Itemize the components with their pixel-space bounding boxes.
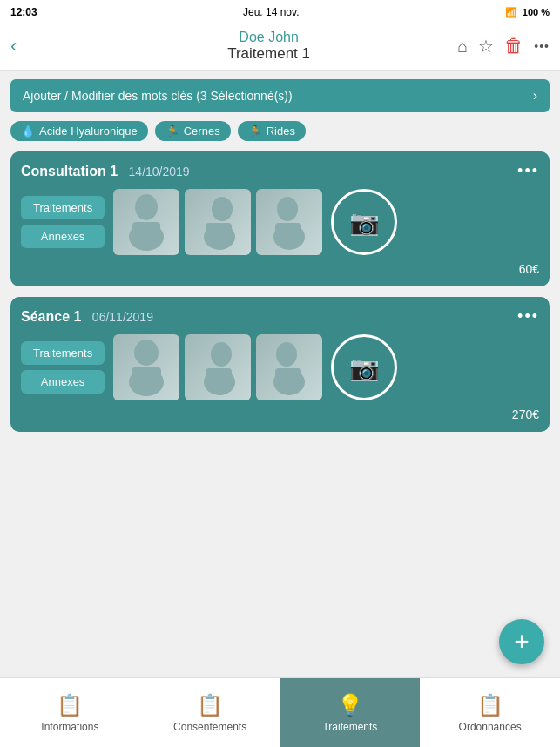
svg-point-6 — [277, 197, 298, 221]
person-silhouette-2-3 — [256, 334, 322, 400]
tag-label-cernes: Cernes — [184, 124, 220, 138]
traitements-btn-1[interactable]: Traitements — [21, 196, 105, 219]
card-title-2: Séance 1 — [21, 309, 81, 324]
photo-thumb-1-1[interactable] — [113, 189, 179, 255]
add-photo-btn-1[interactable]: 📷 — [331, 189, 397, 255]
header: ‹ Doe John Traitement 1 ⌂ ☆ 🗑 ••• — [0, 24, 560, 71]
photo-thumb-2-2[interactable] — [185, 334, 251, 400]
add-photo-btn-2[interactable]: 📷 — [331, 334, 397, 400]
tag-label-rides: Rides — [267, 124, 295, 138]
tab-label-ordonnances: Ordonnances — [459, 721, 522, 733]
annexes-btn-2[interactable]: Annexes — [21, 370, 105, 394]
tab-bar: 📋 Informations 📋 Consentements 💡 Traitem… — [0, 677, 560, 747]
keywords-label: Ajouter / Modifier des mots clés (3 Séle… — [23, 89, 293, 103]
svg-point-3 — [212, 197, 233, 221]
tab-consentements[interactable]: 📋 Consentements — [140, 678, 280, 747]
card-header-2: Séance 1 06/11/2019 ••• — [21, 307, 539, 326]
card-amount-1: 60€ — [21, 262, 539, 276]
tab-informations[interactable]: 📋 Informations — [0, 678, 140, 747]
card-more-2[interactable]: ••• — [517, 307, 539, 326]
svg-point-15 — [276, 342, 297, 367]
tag-icon-person2: 🏃 — [248, 124, 262, 138]
home-icon[interactable]: ⌂ — [457, 37, 468, 57]
card-header-1: Consultation 1 14/10/2019 ••• — [21, 162, 539, 180]
tab-icon-informations: 📋 — [57, 693, 83, 717]
tag-icon-person1: 🏃 — [165, 124, 179, 138]
wifi-icon: 📶 — [505, 7, 517, 18]
svg-point-0 — [135, 194, 158, 220]
star-icon[interactable]: ☆ — [478, 36, 494, 57]
svg-point-12 — [211, 342, 232, 367]
svg-point-9 — [134, 340, 159, 366]
annexes-btn-1[interactable]: Annexes — [21, 225, 105, 248]
tag-rides[interactable]: 🏃 Rides — [238, 121, 306, 141]
tag-label-acide: Acide Hyaluronique — [39, 124, 138, 138]
keywords-chevron-icon: › — [533, 88, 537, 104]
person-silhouette-2-1 — [113, 334, 179, 400]
main-content: Ajouter / Modifier des mots clés (3 Séle… — [0, 71, 560, 666]
keywords-bar[interactable]: Ajouter / Modifier des mots clés (3 Séle… — [10, 79, 550, 112]
header-left: ‹ — [10, 35, 80, 57]
camera-icon-2: 📷 — [349, 353, 380, 382]
card-more-1[interactable]: ••• — [517, 162, 539, 180]
svg-rect-5 — [206, 223, 232, 238]
tab-ordonnances[interactable]: 📋 Ordonnances — [420, 678, 560, 747]
tag-cernes[interactable]: 🏃 Cernes — [155, 121, 231, 141]
card-date-2: 06/11/2019 — [92, 310, 153, 324]
svg-rect-8 — [275, 223, 301, 238]
card-body-1: Traitements Annexes — [21, 189, 539, 255]
photo-thumb-2-3[interactable] — [256, 334, 322, 400]
page-title: Traitement 1 — [80, 45, 457, 63]
card-date-1: 14/10/2019 — [129, 165, 190, 178]
person-silhouette-1-1 — [113, 189, 179, 255]
photo-thumb-2-1[interactable] — [113, 334, 179, 400]
tab-icon-consentements: 📋 — [197, 693, 223, 717]
patient-name: Doe John — [80, 30, 457, 45]
card-title-1: Consultation 1 — [21, 164, 118, 178]
tab-traitements[interactable]: 💡 Traitements — [280, 678, 421, 747]
trash-icon[interactable]: 🗑 — [504, 35, 523, 57]
consultation-card-1: Consultation 1 14/10/2019 ••• Traitement… — [10, 151, 550, 286]
card-buttons-1: Traitements Annexes — [21, 196, 105, 248]
card-photos-2: 📷 — [113, 334, 397, 400]
card-photos-1: 📷 — [113, 189, 397, 255]
tab-label-informations: Informations — [41, 721, 98, 733]
card-body-2: Traitements Annexes — [21, 334, 539, 400]
tag-icon-drop: 💧 — [21, 124, 35, 138]
fab-icon: + — [514, 627, 530, 656]
card-title-area-2: Séance 1 06/11/2019 — [21, 309, 153, 325]
tag-acide-hyaluronique[interactable]: 💧 Acide Hyaluronique — [10, 121, 148, 141]
person-silhouette-1-2 — [185, 189, 251, 255]
header-title-area: Doe John Traitement 1 — [80, 30, 457, 63]
back-button[interactable]: ‹ — [10, 35, 17, 57]
more-icon[interactable]: ••• — [534, 39, 550, 53]
seance-card-1: Séance 1 06/11/2019 ••• Traitements Anne… — [10, 297, 550, 432]
person-silhouette-1-3 — [256, 189, 322, 255]
photo-thumb-1-2[interactable] — [185, 189, 251, 255]
tab-label-traitements: Traitements — [322, 721, 377, 733]
card-buttons-2: Traitements Annexes — [21, 341, 105, 394]
photo-thumb-1-3[interactable] — [256, 189, 322, 255]
svg-rect-11 — [132, 367, 161, 383]
tags-row: 💧 Acide Hyaluronique 🏃 Cernes 🏃 Rides — [10, 121, 550, 141]
person-silhouette-2-2 — [185, 334, 251, 400]
status-icons: 📶 100 % — [505, 7, 550, 18]
fab-button[interactable]: + — [499, 619, 544, 664]
camera-icon-1: 📷 — [349, 208, 380, 237]
tab-icon-traitements: 💡 — [337, 693, 363, 717]
battery-label: 100 % — [523, 7, 550, 17]
tab-label-consentements: Consentements — [173, 721, 246, 733]
svg-rect-2 — [132, 222, 160, 238]
svg-rect-14 — [206, 368, 232, 383]
header-right: ⌂ ☆ 🗑 ••• — [457, 35, 550, 57]
status-bar: 12:03 Jeu. 14 nov. 📶 100 % — [0, 0, 560, 24]
tab-icon-ordonnances: 📋 — [477, 693, 503, 717]
card-amount-2: 270€ — [21, 407, 539, 421]
status-day: Jeu. 14 nov. — [243, 6, 300, 18]
svg-rect-17 — [275, 368, 301, 383]
card-title-area-1: Consultation 1 14/10/2019 — [21, 164, 190, 179]
status-time: 12:03 — [10, 6, 37, 18]
traitements-btn-2[interactable]: Traitements — [21, 341, 105, 365]
